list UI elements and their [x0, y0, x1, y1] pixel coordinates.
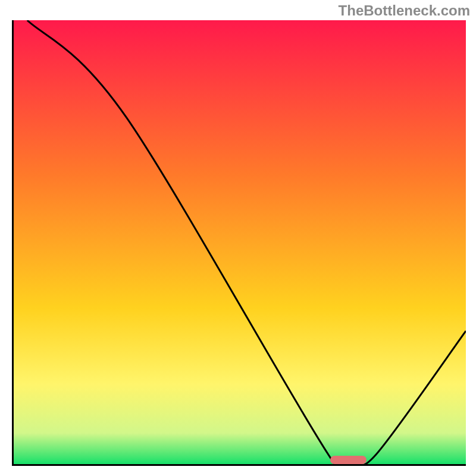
plot-area — [12, 20, 466, 466]
attribution-label: TheBottleneck.com — [339, 2, 470, 19]
chart-wrapper: TheBottleneck.com — [0, 0, 476, 476]
optimal-range-marker — [330, 456, 367, 464]
curve-layer — [14, 20, 466, 464]
bottleneck-curve — [27, 20, 466, 464]
